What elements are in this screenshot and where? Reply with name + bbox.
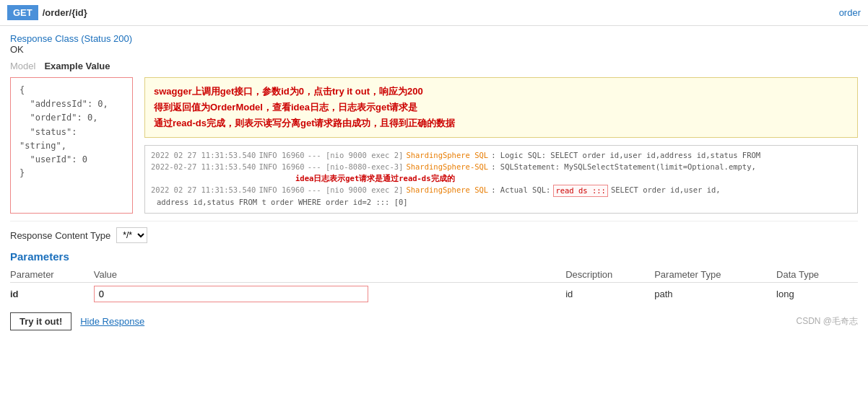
json-line-5: "userId": 0 [19,153,123,167]
response-content-type-label: Response Content Type [10,230,110,241]
annotation-line1: swagger上调用get接口，参数id为0，点击try it out，响应为2… [154,84,849,100]
annotation-line3: 通过read-ds完成，则表示读写分离get请求路由成功，且得到正确的数据 [154,115,849,131]
tab-example-value[interactable]: Example Value [44,61,110,71]
param-data-type: long [776,283,858,306]
col-value: Value [94,267,566,283]
param-type: path [654,283,776,306]
parameters-table: Parameter Value Description Parameter Ty… [10,267,858,305]
bottom-bar: Try it out! Hide Response CSDN @毛奇志 [10,312,858,330]
top-right-label: order [839,7,861,18]
param-description: id [565,283,654,306]
endpoint-label: /order/{id} [43,7,87,18]
top-bar: GET /order/{id} order [0,0,868,26]
annotation-line2: 得到返回值为OrderModel，查看idea日志，日志表示get请求是 [154,100,849,115]
parameters-title: Parameters [10,250,858,263]
csdn-watermark: CSDN @毛奇志 [796,315,858,328]
content-type-select[interactable]: */* [116,227,147,243]
table-row: id id path long [10,283,858,306]
json-line-1: { [19,84,123,97]
json-line-2: "addressId": 0, [19,97,123,111]
param-name: id [10,283,94,306]
json-line-6: } [19,167,123,180]
col-parameter: Parameter [10,267,94,283]
param-value-cell [94,283,566,306]
json-example-box: { "addressId": 0, "orderId": 0, "status"… [10,77,133,214]
param-value-input[interactable] [94,286,368,302]
tab-model[interactable]: Model [10,61,35,71]
response-content-type-row: Response Content Type */* [10,227,858,243]
status-title: Response Class (Status 200) [10,33,858,44]
method-badge: GET [7,5,38,20]
json-line-4: "status": "string", [19,126,123,153]
bottom-left: Try it out! Hide Response [10,312,144,330]
json-line-3: "orderId": 0, [19,111,123,125]
divider-1 [10,221,858,221]
log-panel: 2022 02 27 11:31:53.540 INFO 16960 --- [… [144,145,858,214]
hide-response-link[interactable]: Hide Response [80,316,144,327]
col-data-type: Data Type [776,267,858,283]
status-ok: OK [10,44,858,55]
try-it-out-button[interactable]: Try it out! [10,312,71,330]
col-description: Description [565,267,654,283]
annotation-box: swagger上调用get接口，参数id为0，点击try it out，响应为2… [144,77,858,138]
col-parameter-type: Parameter Type [654,267,776,283]
